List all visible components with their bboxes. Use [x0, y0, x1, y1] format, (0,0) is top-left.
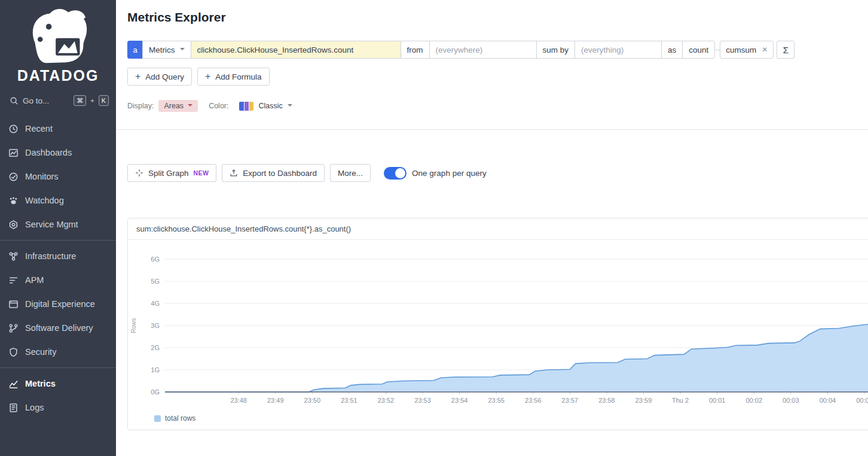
sidebar-item-digital-experience[interactable]: Digital Experience	[0, 292, 116, 316]
software-delivery-icon	[8, 323, 19, 333]
sidebar-item-metrics[interactable]: Metrics	[0, 372, 116, 396]
svg-text:23:48: 23:48	[230, 397, 247, 404]
sidebar-item-service-mgmt[interactable]: Service Mgmt	[0, 212, 116, 236]
toggle-label: One graph per query	[412, 169, 487, 178]
palette-color-purple	[244, 102, 249, 111]
sidebar-divider	[0, 240, 116, 241]
svg-text:00:04: 00:04	[820, 397, 836, 404]
sidebar-item-label: Recent	[25, 124, 53, 133]
svg-text:23:49: 23:49	[267, 397, 284, 404]
svg-text:23:51: 23:51	[341, 397, 357, 404]
add-function-sigma-button[interactable]: Σ	[777, 41, 794, 59]
display-type-value: Areas	[164, 102, 184, 110]
legend-swatch[interactable]	[154, 415, 161, 422]
datadog-logo[interactable]: DATADOG	[0, 0, 116, 87]
logs-icon	[8, 403, 19, 413]
palette-color-blue	[239, 102, 243, 111]
as-count-dropdown[interactable]: count	[682, 41, 715, 59]
metrics-icon	[8, 379, 19, 389]
sidebar-item-label: Watchdog	[25, 196, 64, 205]
sidebar-item-label: Digital Experience	[25, 299, 95, 309]
plus-icon: +	[135, 72, 140, 81]
function-connector	[715, 50, 720, 50]
toggle-switch[interactable]	[384, 167, 407, 180]
svg-text:0G: 0G	[151, 388, 160, 396]
display-type-dropdown[interactable]: Areas	[158, 100, 198, 112]
remove-function-icon[interactable]: ✕	[762, 45, 768, 54]
main-content: Metrics Explorer a Metrics clickhouse.Cl…	[116, 0, 868, 456]
one-graph-per-query-toggle[interactable]: One graph per query	[384, 167, 487, 180]
page-title: Metrics Explorer	[116, 0, 868, 25]
add-query-button[interactable]: + Add Query	[127, 68, 192, 86]
chevron-down-icon	[188, 104, 192, 108]
dashboards-icon	[8, 148, 19, 158]
security-icon	[8, 347, 19, 357]
svg-text:23:58: 23:58	[598, 397, 615, 404]
color-label: Color:	[209, 102, 228, 110]
add-formula-button[interactable]: + Add Formula	[197, 68, 270, 86]
sidebar-nav: Recent Dashboards Monitors Watchdog Serv…	[0, 117, 116, 419]
sidebar-item-label: Service Mgmt	[25, 220, 78, 229]
sidebar-item-watchdog[interactable]: Watchdog	[0, 189, 116, 212]
sum-by-input[interactable]: (everything)	[574, 41, 662, 59]
metrics-area-chart[interactable]: 0G1G2G3G4G5G6GRows23:4823:4923:5023:5123…	[128, 245, 868, 410]
svg-text:23:59: 23:59	[635, 397, 652, 404]
svg-text:23:52: 23:52	[378, 397, 395, 404]
query-actions: + Add Query + Add Formula	[127, 68, 868, 86]
apm-icon	[8, 275, 19, 285]
sidebar-divider	[0, 367, 116, 368]
svg-text:6G: 6G	[151, 256, 160, 263]
from-scope-input[interactable]: (everywhere)	[429, 41, 537, 59]
toggle-knob	[395, 168, 405, 178]
metrics-source-label: Metrics	[149, 45, 175, 54]
datadog-wordmark: DATADOG	[7, 67, 109, 84]
svg-text:00:03: 00:03	[783, 397, 799, 404]
sum-by-label: sum by	[536, 41, 576, 59]
svg-text:Thu 2: Thu 2	[672, 397, 689, 404]
sidebar-item-dashboards[interactable]: Dashboards	[0, 141, 116, 165]
goto-search[interactable]: Go to... ⌘ + K	[0, 87, 116, 113]
display-options: Display: Areas Color: Classic	[127, 100, 868, 112]
export-to-dashboard-button[interactable]: Export to Dashboard	[222, 164, 325, 182]
svg-text:23:55: 23:55	[488, 397, 505, 404]
sidebar-item-infrastructure[interactable]: Infrastructure	[0, 244, 116, 268]
svg-text:1G: 1G	[151, 366, 160, 373]
chart-query-title: sum:clickhouse.ClickHouse_InsertedRows.c…	[128, 218, 868, 240]
metric-name-input[interactable]: clickhouse.ClickHouse_InsertedRows.count	[191, 41, 401, 59]
color-palette-dropdown[interactable]: Classic	[258, 102, 282, 110]
chevron-down-icon	[180, 47, 185, 52]
cumsum-function-chip[interactable]: cumsum ✕	[720, 41, 774, 59]
more-button[interactable]: More...	[330, 164, 371, 182]
sidebar-item-security[interactable]: Security	[0, 340, 116, 364]
digital-experience-icon	[8, 299, 19, 309]
svg-text:23:53: 23:53	[414, 397, 431, 404]
sidebar-item-recent[interactable]: Recent	[0, 117, 116, 141]
sidebar-item-monitors[interactable]: Monitors	[0, 165, 116, 189]
monitors-icon	[8, 172, 19, 182]
add-formula-label: Add Formula	[215, 72, 261, 81]
svg-text:00:01: 00:01	[709, 397, 726, 404]
from-label: from	[401, 41, 430, 59]
chevron-down-icon	[288, 104, 292, 108]
metrics-source-dropdown[interactable]: Metrics	[142, 41, 191, 59]
sidebar-item-apm[interactable]: APM	[0, 268, 116, 292]
service-mgmt-icon	[8, 220, 19, 230]
split-graph-icon	[135, 169, 143, 177]
recent-icon	[8, 124, 19, 134]
svg-text:23:56: 23:56	[525, 397, 542, 404]
sidebar-item-label: Security	[25, 347, 56, 357]
color-palette-swatch[interactable]	[239, 102, 253, 111]
legend-label[interactable]: total rows	[165, 414, 195, 422]
sidebar-item-label: Software Delivery	[25, 323, 93, 333]
sidebar-item-label: Infrastructure	[25, 251, 76, 261]
section-divider	[116, 129, 868, 130]
sidebar-item-label: Monitors	[25, 172, 59, 181]
sidebar-item-software-delivery[interactable]: Software Delivery	[0, 316, 116, 340]
graph-toolbar: Split Graph NEW Export to Dashboard More…	[127, 164, 868, 182]
key-separator: +	[90, 97, 94, 104]
sidebar-item-logs[interactable]: Logs	[0, 396, 116, 419]
sidebar: DATADOG Go to... ⌘ + K Recent Dashboards	[0, 0, 116, 456]
split-graph-button[interactable]: Split Graph NEW	[127, 164, 216, 182]
svg-text:4G: 4G	[151, 300, 160, 307]
cmd-key: ⌘	[74, 95, 86, 106]
